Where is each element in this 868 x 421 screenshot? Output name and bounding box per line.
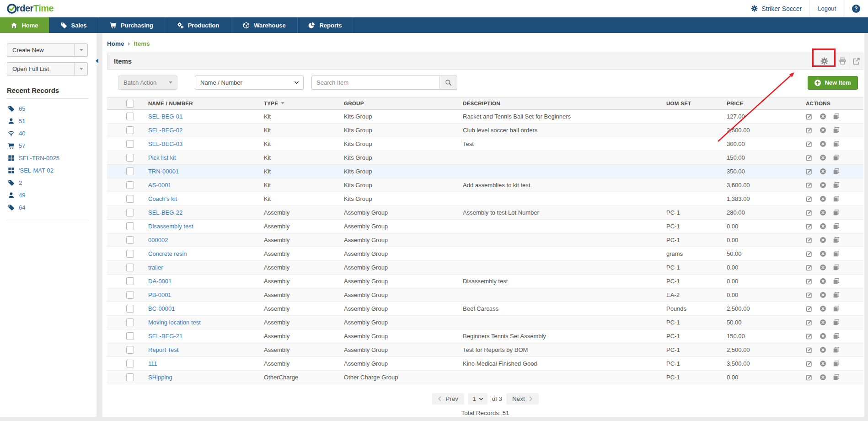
item-name-link[interactable]: SHipping [148,374,172,381]
row-checkbox[interactable] [126,154,134,162]
item-name-link[interactable]: PB-0001 [148,291,171,298]
copy-icon[interactable] [833,113,840,120]
copy-icon[interactable] [833,278,840,285]
copy-icon[interactable] [833,264,840,271]
recent-record-item[interactable]: SEL-TRN-0025 [0,152,96,164]
delete-icon[interactable] [820,346,827,354]
recent-record-item[interactable]: 51 [0,115,96,127]
nav-tab-production[interactable]: Production [165,17,231,33]
row-checkbox[interactable] [126,222,134,230]
delete-icon[interactable] [820,278,827,285]
list-settings-button[interactable] [813,53,836,69]
col-header-name[interactable]: NAME / NUMBER [140,97,256,110]
item-name-link[interactable]: Concrete resin [148,250,187,257]
edit-icon[interactable] [806,305,813,313]
delete-icon[interactable] [820,154,827,162]
recent-record-item[interactable]: 57 [0,140,96,152]
edit-icon[interactable] [806,319,813,326]
breadcrumb-home[interactable]: Home [107,40,124,47]
copy-icon[interactable] [833,305,840,313]
delete-icon[interactable] [820,127,827,134]
item-name-link[interactable]: trailer [148,264,163,271]
nav-tab-home[interactable]: Home [0,17,49,33]
edit-icon[interactable] [806,333,813,340]
delete-icon[interactable] [820,223,827,230]
delete-icon[interactable] [820,209,827,216]
delete-icon[interactable] [820,195,827,203]
edit-icon[interactable] [806,113,813,120]
help-menu[interactable]: ? [844,0,868,17]
item-name-link[interactable]: SEL-BEG-01 [148,113,182,120]
edit-icon[interactable] [806,154,813,162]
prev-page-button[interactable]: Prev [432,393,464,405]
edit-icon[interactable] [806,374,813,381]
row-checkbox[interactable] [126,236,134,244]
row-checkbox[interactable] [126,360,134,367]
item-name-link[interactable]: Pick list kit [148,154,176,161]
row-checkbox[interactable] [126,264,134,271]
copy-icon[interactable] [833,319,840,326]
nav-tab-purchasing[interactable]: Purchasing [98,17,165,33]
copy-icon[interactable] [833,250,840,258]
nav-tab-sales[interactable]: Sales [49,17,98,33]
edit-icon[interactable] [806,360,813,367]
edit-icon[interactable] [806,346,813,354]
row-checkbox[interactable] [126,209,134,216]
search-field-select[interactable]: Name / Number [195,76,304,90]
edit-icon[interactable] [806,140,813,148]
edit-icon[interactable] [806,237,813,244]
item-name-link[interactable]: 111 [148,360,157,367]
row-checkbox[interactable] [126,140,134,148]
row-checkbox[interactable] [126,126,134,134]
row-checkbox[interactable] [126,332,134,340]
item-name-link[interactable]: SEL-BEG-03 [148,140,182,147]
row-checkbox[interactable] [126,305,134,313]
copy-icon[interactable] [833,374,840,381]
search-input[interactable] [311,76,440,90]
item-name-link[interactable]: 000002 [148,237,168,243]
batch-action-dropdown[interactable]: Batch Action [118,76,177,90]
edit-icon[interactable] [806,127,813,134]
col-header-description[interactable]: DESCRIPTION [455,97,659,110]
export-button[interactable] [849,53,863,69]
search-button[interactable] [440,76,457,90]
new-item-button[interactable]: New Item [808,76,858,90]
create-new-button[interactable]: Create New [7,43,88,57]
row-checkbox[interactable] [126,318,134,326]
copy-icon[interactable] [833,346,840,354]
delete-icon[interactable] [820,237,827,244]
row-checkbox[interactable] [126,181,134,189]
copy-icon[interactable] [833,333,840,340]
edit-icon[interactable] [806,250,813,258]
logout-link[interactable]: Logout [809,0,844,17]
delete-icon[interactable] [820,374,827,381]
item-name-link[interactable]: Moving location test [148,319,201,326]
copy-icon[interactable] [833,360,840,367]
sidebar-collapse-icon[interactable] [96,59,98,63]
item-name-link[interactable]: SEL-BEG-02 [148,127,182,134]
row-checkbox[interactable] [126,291,134,299]
company-menu[interactable]: Striker Soccer [743,0,809,17]
edit-icon[interactable] [806,168,813,175]
edit-icon[interactable] [806,264,813,271]
edit-icon[interactable] [806,182,813,189]
recent-record-item[interactable]: 2 [0,177,96,189]
page-select[interactable]: 1 [468,393,488,405]
col-header-price[interactable]: PRICE [719,97,798,110]
item-name-link[interactable]: TRN-00001 [148,168,179,175]
item-name-link[interactable]: BC-00001 [148,305,175,312]
delete-icon[interactable] [820,305,827,313]
item-name-link[interactable]: SEL-BEG-22 [148,209,182,216]
col-header-uom[interactable]: UOM SET [659,97,719,110]
delete-icon[interactable] [820,291,827,299]
nav-tab-reports[interactable]: Reports [298,17,353,33]
item-name-link[interactable]: SEL-BEG-21 [148,333,182,340]
delete-icon[interactable] [820,264,827,271]
delete-icon[interactable] [820,333,827,340]
item-name-link[interactable]: DA-0001 [148,278,171,285]
col-header-type[interactable]: TYPE [256,97,336,110]
recent-record-item[interactable]: 'SEL-MAT-02 [0,164,96,177]
nav-tab-warehouse[interactable]: Warehouse [231,17,298,33]
delete-icon[interactable] [820,360,827,367]
row-checkbox[interactable] [126,277,134,285]
